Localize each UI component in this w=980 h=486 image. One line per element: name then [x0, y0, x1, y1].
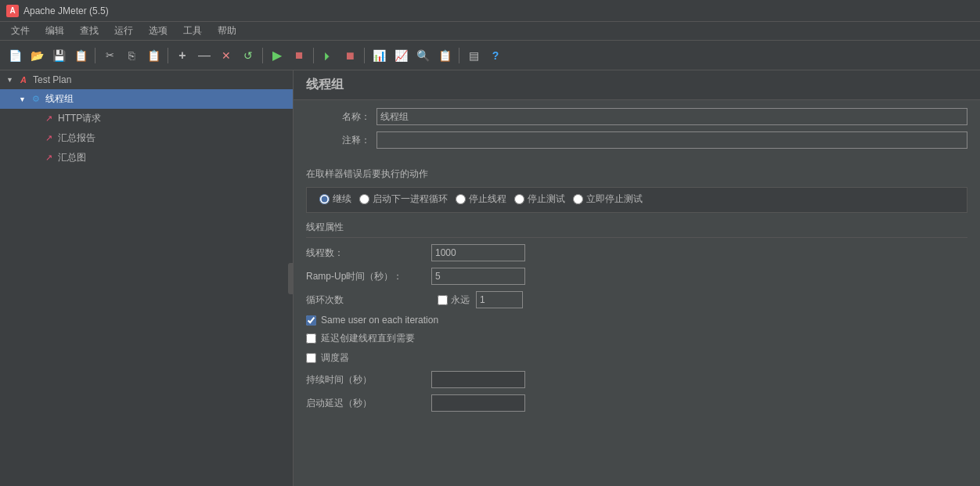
forever-checkbox[interactable] — [438, 295, 448, 305]
report2-button[interactable]: 📈 — [391, 45, 411, 66]
report1-button[interactable]: 📊 — [369, 45, 389, 66]
delay-start-label: 延迟创建线程直到需要 — [321, 332, 415, 345]
remove-button[interactable]: — — [194, 45, 214, 66]
duration-label: 持续时间（秒） — [306, 373, 431, 387]
add-button[interactable]: + — [172, 45, 193, 66]
radio-stop-test-text: 停止测试 — [528, 193, 565, 206]
radio-continue[interactable] — [319, 194, 330, 204]
help-button[interactable]: ? — [485, 45, 506, 66]
duration-input[interactable] — [431, 371, 525, 388]
sidebar: ▼ A Test Plan ▼ ⚙ 线程组 ↗ HTTP请求 ↗ 汇总报告 — [0, 70, 294, 486]
chevron-test-plan: ▼ — [6, 76, 16, 84]
radio-start-next-label[interactable]: 启动下一进程循环 — [359, 193, 448, 206]
comment-label: 注释： — [306, 134, 377, 147]
forever-checkbox-label[interactable]: 永远 — [438, 293, 470, 307]
ramp-up-row: Ramp-Up时间（秒）： — [306, 268, 967, 285]
thread-count-input[interactable] — [431, 244, 525, 261]
radio-continue-text: 继续 — [333, 193, 351, 206]
thread-group-icon: ⚙ — [30, 93, 42, 106]
template-button[interactable]: 📋 — [434, 45, 455, 66]
loop-count-row: 循环次数 永远 — [306, 291, 967, 308]
start-delay-row: 启动延迟（秒） — [306, 394, 967, 412]
save-as-button[interactable]: 📋 — [70, 45, 91, 66]
table-button[interactable]: ▤ — [463, 45, 484, 66]
radio-stop-thread-label[interactable]: 停止线程 — [456, 193, 506, 206]
menu-file[interactable]: 文件 — [3, 23, 38, 39]
http-request-label: HTTP请求 — [58, 112, 101, 125]
comment-row: 注释： — [306, 131, 967, 149]
loop-count-input[interactable] — [476, 291, 523, 308]
name-section: 名称： 注释： — [294, 100, 980, 163]
start-delay-label: 启动延迟（秒） — [306, 397, 431, 410]
radio-start-next-text: 启动下一进程循环 — [373, 193, 448, 206]
open-button[interactable]: 📂 — [27, 45, 47, 66]
radio-continue-label[interactable]: 继续 — [319, 193, 351, 206]
toolbar-sep-2 — [168, 48, 168, 63]
remote-run-button[interactable]: ⏵ — [318, 45, 338, 66]
start-delay-input[interactable] — [431, 394, 525, 412]
toolbar-sep-4 — [313, 48, 314, 63]
app-title: Apache JMeter (5.5) — [23, 5, 109, 16]
clear-btn[interactable]: ✕ — [216, 45, 236, 66]
name-row: 名称： — [306, 108, 967, 125]
thread-props-section: 线程属性 线程数： Ramp-Up时间（秒）： 循环次数 永远 — [294, 216, 980, 423]
same-user-row: Same user on each iteration — [306, 315, 967, 326]
radio-stop-test[interactable] — [514, 194, 524, 204]
menu-run[interactable]: 运行 — [106, 23, 141, 39]
remote-stop-button[interactable]: ⏹ — [340, 45, 360, 66]
save-button[interactable]: 💾 — [49, 45, 69, 66]
panel-title: 线程组 — [294, 70, 980, 100]
error-action-title: 在取样器错误后要执行的动作 — [294, 163, 980, 184]
chevron-thread-group: ▼ — [19, 95, 28, 103]
reset-btn[interactable]: ↺ — [238, 45, 258, 66]
name-label: 名称： — [306, 110, 377, 124]
menu-help[interactable]: 帮助 — [210, 23, 244, 39]
same-user-checkbox[interactable] — [306, 315, 316, 326]
menu-tools[interactable]: 工具 — [175, 23, 210, 39]
paste-button[interactable]: 📋 — [143, 45, 164, 66]
thread-props-title: 线程属性 — [306, 221, 967, 238]
cut-button[interactable]: ✂ — [99, 45, 120, 66]
menu-find[interactable]: 查找 — [72, 23, 106, 39]
scheduler-checkbox[interactable] — [306, 353, 316, 363]
copy-button[interactable]: ⎘ — [121, 45, 142, 66]
sidebar-item-test-plan[interactable]: ▼ A Test Plan — [0, 70, 293, 89]
thread-count-row: 线程数： — [306, 244, 967, 261]
agg-report-label: 汇总报告 — [58, 131, 95, 145]
test-plan-label: Test Plan — [33, 74, 71, 85]
comment-input[interactable] — [377, 131, 967, 149]
stop-button[interactable]: ⏹ — [289, 45, 309, 66]
title-bar: A Apache JMeter (5.5) — [0, 0, 980, 22]
radio-stop-thread[interactable] — [456, 194, 466, 204]
sidebar-item-thread-group[interactable]: ▼ ⚙ 线程组 — [0, 89, 293, 109]
radio-stop-test-label[interactable]: 停止测试 — [514, 193, 565, 206]
name-input[interactable] — [377, 108, 967, 125]
radio-start-next[interactable] — [359, 194, 369, 204]
browse-button[interactable]: 🔍 — [413, 45, 433, 66]
scheduler-row: 调度器 — [306, 351, 967, 365]
thread-group-label: 线程组 — [45, 92, 74, 106]
menu-edit[interactable]: 编辑 — [38, 23, 72, 39]
test-plan-icon: A — [17, 74, 30, 86]
toolbar-sep-6 — [459, 48, 459, 63]
summary-icon: ↗ — [42, 152, 55, 164]
sidebar-item-summary[interactable]: ↗ 汇总图 — [0, 148, 293, 167]
sidebar-collapse-handle[interactable]: ⋮ — [288, 263, 294, 294]
sidebar-item-agg-report[interactable]: ↗ 汇总报告 — [0, 128, 293, 148]
menu-options[interactable]: 选项 — [141, 23, 175, 39]
toolbar: 📄 📂 💾 📋 ✂ ⎘ 📋 + — ✕ ↺ ▶ ⏹ ⏵ ⏹ 📊 📈 🔍 📋 ▤ … — [0, 41, 980, 70]
ramp-up-input[interactable] — [431, 268, 525, 285]
radio-stop-now-label[interactable]: 立即停止测试 — [573, 193, 643, 206]
delay-start-checkbox[interactable] — [306, 333, 316, 344]
radio-stop-now[interactable] — [573, 194, 583, 204]
same-user-label: Same user on each iteration — [321, 315, 438, 326]
sidebar-item-http-request[interactable]: ↗ HTTP请求 — [0, 109, 293, 128]
toolbar-sep-5 — [364, 48, 365, 63]
agg-report-icon: ↗ — [42, 132, 55, 145]
run-button[interactable]: ▶ — [267, 45, 287, 66]
menu-bar: 文件 编辑 查找 运行 选项 工具 帮助 — [0, 22, 980, 41]
new-button[interactable]: 📄 — [5, 45, 25, 66]
main-layout: ▼ A Test Plan ▼ ⚙ 线程组 ↗ HTTP请求 ↗ 汇总报告 — [0, 70, 980, 486]
summary-label: 汇总图 — [58, 151, 86, 164]
delay-start-row: 延迟创建线程直到需要 — [306, 332, 967, 345]
